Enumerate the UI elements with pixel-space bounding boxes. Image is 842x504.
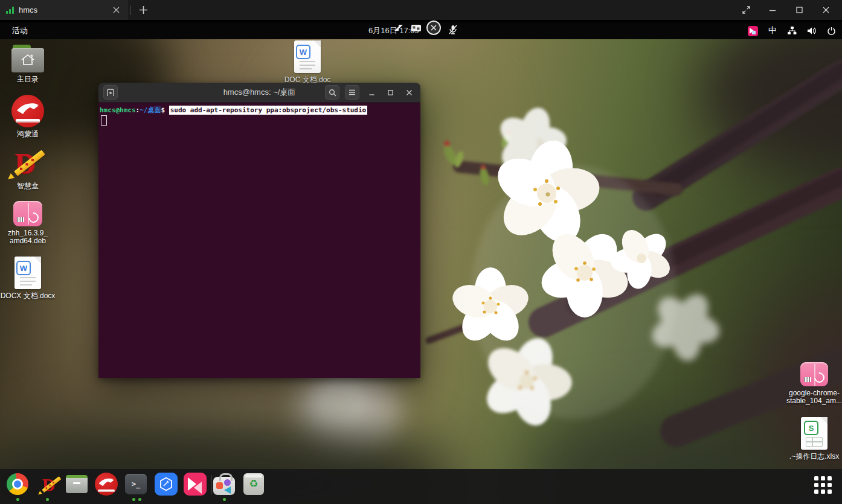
maximize-button[interactable] xyxy=(790,2,808,18)
fit-screen-icon[interactable] xyxy=(391,21,406,35)
remote-desktop-screen: 活动 6月16日 17:09 中 xyxy=(0,20,842,504)
terminal-cursor xyxy=(101,115,107,126)
client-tab-title: hmcs xyxy=(19,5,110,14)
wps-doc-icon: W xyxy=(14,257,41,289)
dock: D >_ xyxy=(0,469,842,504)
running-indicator xyxy=(16,498,19,501)
dock-item-zhihuihe[interactable]: D xyxy=(36,473,59,496)
desktop-icon-label: 主目录 xyxy=(17,75,39,83)
dock-item-trash[interactable]: ♻ xyxy=(242,473,265,496)
network-icon[interactable] xyxy=(787,27,797,35)
terminal-icon: >_ xyxy=(125,474,147,494)
d-letter-app-icon: D xyxy=(11,145,45,179)
dock-item-hongmengtong[interactable] xyxy=(95,473,118,496)
terminal-minimize-button[interactable] xyxy=(365,86,378,99)
running-indicator xyxy=(132,498,135,501)
disconnect-icon[interactable] xyxy=(426,21,441,35)
terminal-header-buttons xyxy=(325,85,416,100)
pink-triangles-app-icon xyxy=(184,473,207,496)
desktop-icon-chrome-deb[interactable]: google-chrome-stable_104_am... xyxy=(785,362,842,405)
keyboard-icon[interactable] xyxy=(409,21,423,35)
minimize-button[interactable] xyxy=(763,2,782,18)
d-letter-app-icon: D xyxy=(40,474,54,495)
wallpaper-blossoms xyxy=(393,39,842,504)
terminal-close-button[interactable] xyxy=(402,86,416,99)
home-folder-icon xyxy=(11,45,44,72)
terminal-maximize-button[interactable] xyxy=(384,86,397,99)
menu-icon[interactable] xyxy=(345,85,359,100)
tab-close-icon[interactable] xyxy=(110,4,122,16)
chrome-icon xyxy=(7,473,28,495)
prompt-path: ~/桌面 xyxy=(140,106,161,114)
files-icon xyxy=(66,475,88,493)
gnome-system-tray: 中 xyxy=(748,22,836,39)
signal-bars-icon xyxy=(6,7,14,14)
software-store-icon xyxy=(213,477,235,495)
trash-icon: ♻ xyxy=(243,473,264,495)
desktop-icon-label: DOCX 文档.docx xyxy=(1,292,56,300)
new-terminal-tab-button[interactable] xyxy=(103,85,118,100)
desktop-icon-label: .~操作日志.xlsx xyxy=(789,453,839,461)
deb-package-icon xyxy=(800,362,828,386)
power-icon[interactable] xyxy=(827,27,836,36)
dock-item-files[interactable] xyxy=(65,473,88,496)
running-indicator xyxy=(46,498,49,501)
blue-hexagon-app-icon xyxy=(155,473,178,496)
gnome-topbar: 活动 6月16日 17:09 中 xyxy=(0,22,842,39)
desktop-icon-doc[interactable]: W DOC 文档.doc xyxy=(278,40,336,84)
desktop-icon-label: 鸿蒙通 xyxy=(17,130,39,138)
activities-button[interactable]: 活动 xyxy=(8,24,31,37)
client-titlebar: hmcs xyxy=(0,0,842,20)
deb-package-icon xyxy=(13,201,42,226)
terminal-cursor-line xyxy=(100,115,419,126)
client-tab[interactable]: hmcs xyxy=(0,0,128,20)
dock-item-chrome[interactable] xyxy=(6,473,29,496)
input-method-indicator[interactable]: 中 xyxy=(768,25,777,36)
dock-item-software[interactable] xyxy=(213,473,236,496)
prompt-user: hmcs@hmcs xyxy=(100,106,136,114)
wps-sheet-icon: S xyxy=(801,417,828,450)
terminal-command-selected: sudo add-apt-repository ppa:obsproject/o… xyxy=(169,106,368,115)
desktop-icon-label: 智慧盒 xyxy=(17,182,39,190)
terminal-content[interactable]: hmcs@hmcs:~/桌面$ sudo add-apt-repository … xyxy=(98,103,420,378)
close-button[interactable] xyxy=(817,2,835,18)
desktop-icon-docx[interactable]: W DOCX 文档.docx xyxy=(0,257,57,300)
dock-separator xyxy=(211,475,211,494)
show-applications-button[interactable] xyxy=(814,476,835,497)
desktop-icon-hongmengtong[interactable]: 鸿蒙通 xyxy=(0,95,57,138)
desktop-icon-label: google-chrome-stable_104_am... xyxy=(786,389,842,405)
new-tab-button[interactable] xyxy=(135,3,152,18)
terminal-window: hmcs@hmcs: ~/桌面 xyxy=(98,83,420,378)
running-indicator xyxy=(138,498,141,501)
fullscreen-button[interactable] xyxy=(737,2,755,18)
red-circle-app-icon xyxy=(95,473,118,496)
pink-remote-app-icon[interactable] xyxy=(748,26,758,36)
remote-overlay-toolbar xyxy=(391,21,441,35)
dock-item-terminal[interactable]: >_ xyxy=(124,473,147,496)
red-circle-app-icon xyxy=(11,95,44,127)
tab-divider xyxy=(130,5,131,15)
desktop-icon-xlsx[interactable]: S .~操作日志.xlsx xyxy=(785,417,842,461)
desktop-icon-home[interactable]: 主目录 xyxy=(0,45,57,83)
desktop-icon-label: zhh_16.3.9_amd64.deb xyxy=(8,229,48,245)
dock-item-pink-app[interactable] xyxy=(184,473,207,496)
running-indicator xyxy=(223,498,226,501)
desktop-icon-zhh-deb[interactable]: zhh_16.3.9_amd64.deb xyxy=(0,201,57,245)
dock-item-blue-app[interactable] xyxy=(155,473,178,496)
microphone-muted-icon xyxy=(448,24,458,35)
search-icon[interactable] xyxy=(325,85,339,100)
terminal-headerbar[interactable]: hmcs@hmcs: ~/桌面 xyxy=(98,83,420,103)
client-window-controls xyxy=(737,2,835,18)
wps-doc-icon: W xyxy=(294,40,321,73)
desktop-icon-zhihuihe[interactable]: D 智慧盒 xyxy=(0,145,57,190)
terminal-prompt-line: hmcs@hmcs:~/桌面$ sudo add-apt-repository … xyxy=(100,105,419,115)
volume-icon[interactable] xyxy=(807,27,817,35)
